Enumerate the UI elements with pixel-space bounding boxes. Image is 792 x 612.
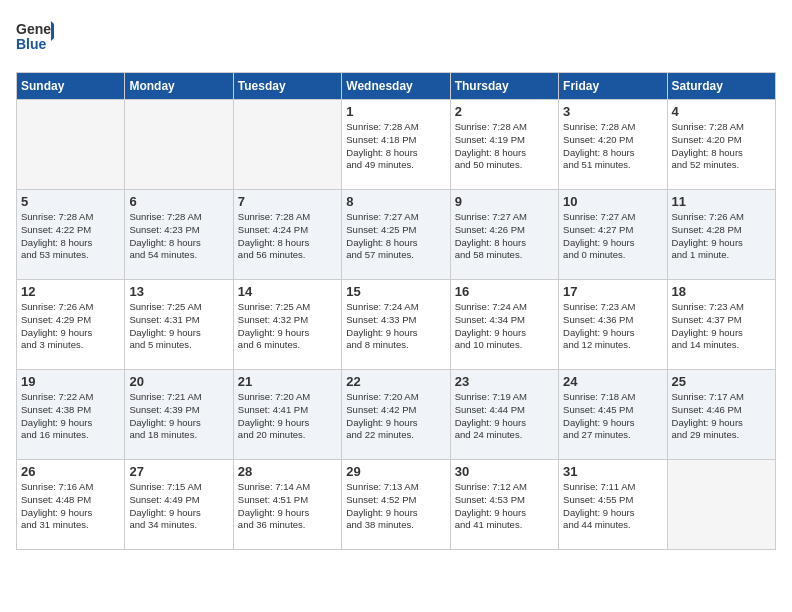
col-header-friday: Friday [559,73,667,100]
calendar-day-cell: 7Sunrise: 7:28 AM Sunset: 4:24 PM Daylig… [233,190,341,280]
day-info: Sunrise: 7:26 AM Sunset: 4:29 PM Dayligh… [21,301,120,352]
day-info: Sunrise: 7:26 AM Sunset: 4:28 PM Dayligh… [672,211,771,262]
calendar-week-row: 26Sunrise: 7:16 AM Sunset: 4:48 PM Dayli… [17,460,776,550]
svg-marker-2 [51,21,54,41]
day-info: Sunrise: 7:17 AM Sunset: 4:46 PM Dayligh… [672,391,771,442]
day-number: 26 [21,464,120,479]
day-info: Sunrise: 7:23 AM Sunset: 4:36 PM Dayligh… [563,301,662,352]
calendar-day-cell: 4Sunrise: 7:28 AM Sunset: 4:20 PM Daylig… [667,100,775,190]
calendar-day-cell: 9Sunrise: 7:27 AM Sunset: 4:26 PM Daylig… [450,190,558,280]
day-number: 13 [129,284,228,299]
calendar-week-row: 19Sunrise: 7:22 AM Sunset: 4:38 PM Dayli… [17,370,776,460]
day-number: 2 [455,104,554,119]
calendar-day-cell: 17Sunrise: 7:23 AM Sunset: 4:36 PM Dayli… [559,280,667,370]
day-info: Sunrise: 7:28 AM Sunset: 4:18 PM Dayligh… [346,121,445,172]
svg-text:General: General [16,21,54,37]
day-info: Sunrise: 7:12 AM Sunset: 4:53 PM Dayligh… [455,481,554,532]
day-number: 3 [563,104,662,119]
calendar-day-cell: 14Sunrise: 7:25 AM Sunset: 4:32 PM Dayli… [233,280,341,370]
day-info: Sunrise: 7:28 AM Sunset: 4:22 PM Dayligh… [21,211,120,262]
col-header-tuesday: Tuesday [233,73,341,100]
calendar-day-cell: 21Sunrise: 7:20 AM Sunset: 4:41 PM Dayli… [233,370,341,460]
day-number: 24 [563,374,662,389]
calendar-day-cell: 11Sunrise: 7:26 AM Sunset: 4:28 PM Dayli… [667,190,775,280]
day-number: 23 [455,374,554,389]
calendar-day-cell: 10Sunrise: 7:27 AM Sunset: 4:27 PM Dayli… [559,190,667,280]
day-number: 21 [238,374,337,389]
day-number: 5 [21,194,120,209]
day-number: 1 [346,104,445,119]
day-info: Sunrise: 7:27 AM Sunset: 4:27 PM Dayligh… [563,211,662,262]
calendar-header-row: SundayMondayTuesdayWednesdayThursdayFrid… [17,73,776,100]
calendar-day-cell: 12Sunrise: 7:26 AM Sunset: 4:29 PM Dayli… [17,280,125,370]
col-header-monday: Monday [125,73,233,100]
day-number: 20 [129,374,228,389]
day-number: 8 [346,194,445,209]
day-info: Sunrise: 7:21 AM Sunset: 4:39 PM Dayligh… [129,391,228,442]
calendar-day-cell: 18Sunrise: 7:23 AM Sunset: 4:37 PM Dayli… [667,280,775,370]
day-number: 15 [346,284,445,299]
calendar-day-cell: 8Sunrise: 7:27 AM Sunset: 4:25 PM Daylig… [342,190,450,280]
calendar-day-cell [667,460,775,550]
calendar-day-cell: 22Sunrise: 7:20 AM Sunset: 4:42 PM Dayli… [342,370,450,460]
col-header-sunday: Sunday [17,73,125,100]
calendar-day-cell [125,100,233,190]
calendar-week-row: 5Sunrise: 7:28 AM Sunset: 4:22 PM Daylig… [17,190,776,280]
calendar-day-cell: 15Sunrise: 7:24 AM Sunset: 4:33 PM Dayli… [342,280,450,370]
col-header-wednesday: Wednesday [342,73,450,100]
day-info: Sunrise: 7:23 AM Sunset: 4:37 PM Dayligh… [672,301,771,352]
day-number: 22 [346,374,445,389]
day-number: 27 [129,464,228,479]
day-info: Sunrise: 7:25 AM Sunset: 4:31 PM Dayligh… [129,301,228,352]
day-info: Sunrise: 7:24 AM Sunset: 4:34 PM Dayligh… [455,301,554,352]
day-number: 18 [672,284,771,299]
calendar-day-cell [233,100,341,190]
logo: General Blue [16,16,54,62]
day-number: 9 [455,194,554,209]
day-info: Sunrise: 7:14 AM Sunset: 4:51 PM Dayligh… [238,481,337,532]
day-info: Sunrise: 7:27 AM Sunset: 4:25 PM Dayligh… [346,211,445,262]
day-number: 31 [563,464,662,479]
day-number: 11 [672,194,771,209]
calendar-day-cell: 29Sunrise: 7:13 AM Sunset: 4:52 PM Dayli… [342,460,450,550]
col-header-saturday: Saturday [667,73,775,100]
logo-icon: General Blue [16,16,54,58]
day-info: Sunrise: 7:28 AM Sunset: 4:24 PM Dayligh… [238,211,337,262]
calendar-day-cell: 13Sunrise: 7:25 AM Sunset: 4:31 PM Dayli… [125,280,233,370]
day-info: Sunrise: 7:28 AM Sunset: 4:19 PM Dayligh… [455,121,554,172]
day-info: Sunrise: 7:15 AM Sunset: 4:49 PM Dayligh… [129,481,228,532]
day-number: 29 [346,464,445,479]
day-info: Sunrise: 7:28 AM Sunset: 4:20 PM Dayligh… [563,121,662,172]
day-info: Sunrise: 7:19 AM Sunset: 4:44 PM Dayligh… [455,391,554,442]
day-info: Sunrise: 7:27 AM Sunset: 4:26 PM Dayligh… [455,211,554,262]
day-info: Sunrise: 7:18 AM Sunset: 4:45 PM Dayligh… [563,391,662,442]
page-header: General Blue [16,16,776,62]
day-info: Sunrise: 7:25 AM Sunset: 4:32 PM Dayligh… [238,301,337,352]
svg-text:Blue: Blue [16,36,47,52]
calendar-day-cell: 1Sunrise: 7:28 AM Sunset: 4:18 PM Daylig… [342,100,450,190]
calendar-day-cell: 27Sunrise: 7:15 AM Sunset: 4:49 PM Dayli… [125,460,233,550]
calendar-day-cell: 20Sunrise: 7:21 AM Sunset: 4:39 PM Dayli… [125,370,233,460]
day-number: 30 [455,464,554,479]
day-info: Sunrise: 7:28 AM Sunset: 4:20 PM Dayligh… [672,121,771,172]
day-number: 19 [21,374,120,389]
calendar-day-cell: 19Sunrise: 7:22 AM Sunset: 4:38 PM Dayli… [17,370,125,460]
calendar-day-cell: 31Sunrise: 7:11 AM Sunset: 4:55 PM Dayli… [559,460,667,550]
day-info: Sunrise: 7:22 AM Sunset: 4:38 PM Dayligh… [21,391,120,442]
day-info: Sunrise: 7:11 AM Sunset: 4:55 PM Dayligh… [563,481,662,532]
calendar-day-cell: 25Sunrise: 7:17 AM Sunset: 4:46 PM Dayli… [667,370,775,460]
calendar-week-row: 12Sunrise: 7:26 AM Sunset: 4:29 PM Dayli… [17,280,776,370]
calendar-day-cell: 3Sunrise: 7:28 AM Sunset: 4:20 PM Daylig… [559,100,667,190]
calendar-day-cell: 2Sunrise: 7:28 AM Sunset: 4:19 PM Daylig… [450,100,558,190]
calendar-day-cell: 26Sunrise: 7:16 AM Sunset: 4:48 PM Dayli… [17,460,125,550]
day-number: 25 [672,374,771,389]
day-number: 12 [21,284,120,299]
col-header-thursday: Thursday [450,73,558,100]
day-number: 16 [455,284,554,299]
day-number: 28 [238,464,337,479]
calendar-day-cell: 16Sunrise: 7:24 AM Sunset: 4:34 PM Dayli… [450,280,558,370]
calendar-day-cell [17,100,125,190]
day-info: Sunrise: 7:28 AM Sunset: 4:23 PM Dayligh… [129,211,228,262]
day-info: Sunrise: 7:13 AM Sunset: 4:52 PM Dayligh… [346,481,445,532]
calendar-day-cell: 24Sunrise: 7:18 AM Sunset: 4:45 PM Dayli… [559,370,667,460]
